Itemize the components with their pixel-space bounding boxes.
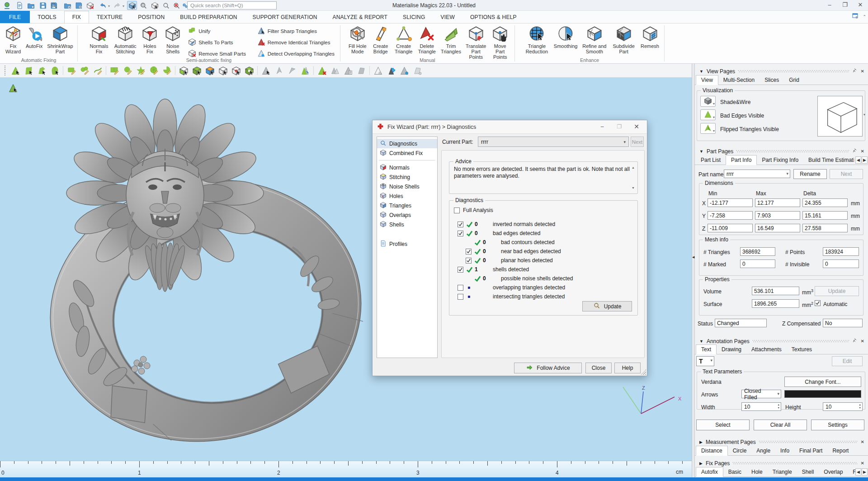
ribbon-shells-to-parts-button[interactable]: Shells To Parts — [188, 38, 246, 47]
diagnostic-row[interactable]: 0near bad edges detected — [466, 247, 633, 256]
automatic-checkbox[interactable] — [815, 300, 821, 306]
tab-part-fixing-info[interactable]: Part Fixing Info — [757, 156, 803, 165]
unmark-surface-icon[interactable] — [287, 66, 297, 75]
volume-field[interactable]: 536.101 — [752, 287, 799, 295]
fix-tabs-scroll-right-icon[interactable]: ▶ — [862, 468, 868, 476]
bad-edges-visible-button[interactable]: ▾ — [700, 109, 716, 120]
mark-freeform-icon[interactable] — [80, 66, 90, 75]
fix-pages-header[interactable]: ▶ Fix Pages ✕ — [695, 459, 868, 467]
ribbon-translate-part-points-button[interactable]: Translate Part Points — [463, 25, 488, 60]
measurement-pages-collapse-icon[interactable]: ▶ — [699, 440, 703, 444]
triangles-field[interactable]: 368692 — [740, 247, 775, 256]
ribbon-shrinkwrap-button[interactable]: ShrinkWrap Part — [45, 25, 75, 55]
x-min-field[interactable]: -12.177 — [708, 198, 753, 207]
ribbon-fill-hole-mode-button[interactable]: Fill Hole Mode — [346, 25, 369, 55]
mark-lasso-icon[interactable] — [123, 66, 132, 75]
diagnostic-row[interactable]: 0possible noise shells detected — [466, 274, 633, 283]
ribbon-filter-sharp-triangles-button[interactable]: Filter Sharp Triangles — [257, 27, 335, 36]
part-pages-pin-icon[interactable] — [852, 148, 858, 155]
z-max-field[interactable]: 16.549 — [755, 224, 800, 232]
dialog-close-button[interactable]: ✕ — [628, 120, 645, 133]
clear-all-button[interactable]: Clear All — [754, 420, 807, 430]
sidebar-item-shells[interactable]: Shells — [377, 220, 437, 229]
measurement-pages-close-icon[interactable]: ✕ — [861, 439, 864, 444]
advice-scroll-up-icon[interactable]: ▲ — [630, 165, 636, 170]
mark-window-icon[interactable] — [109, 66, 119, 75]
arrows-dropdown[interactable]: Closed Filled▾ — [741, 390, 781, 398]
diagnostic-row[interactable]: 1shells detected — [458, 265, 633, 274]
tab-multi-section[interactable]: Multi-Section — [718, 75, 760, 85]
window-minimize-button[interactable]: – — [822, 0, 837, 11]
follow-advice-button[interactable]: Follow Advice — [514, 363, 582, 373]
ribbon-fix-wizard-button[interactable]: Fix Wizard — [3, 25, 24, 55]
diagnostic-row[interactable]: 0inverted normals detected — [458, 220, 633, 229]
mark-fan-icon[interactable] — [162, 66, 172, 75]
sidebar-item-normals[interactable]: Normals — [377, 163, 437, 172]
diagnostic-row[interactable]: 0bad edges detected — [458, 229, 633, 238]
diagnostic-row[interactable]: 0planar holes detected — [466, 256, 633, 265]
tab-distance[interactable]: Distance — [696, 446, 728, 456]
tab-textures[interactable]: Textures — [787, 345, 817, 354]
ribbon-trim-triangles-button[interactable]: Trim Triangles — [439, 25, 463, 55]
window-close-button[interactable]: ✕ — [853, 0, 868, 11]
mark-pie-icon[interactable] — [149, 66, 159, 75]
menu-slicing[interactable]: SLICING — [395, 11, 433, 23]
tab-angle[interactable]: Angle — [751, 446, 775, 455]
diagnostic-row[interactable]: overlapping triangles detected — [458, 283, 633, 292]
part-pages-collapse-icon[interactable]: ▼ — [699, 149, 703, 154]
invisible-field[interactable]: 0 — [823, 259, 859, 268]
sidebar-item-holes[interactable]: Holes — [377, 191, 437, 201]
ribbon-refine-smooth-button[interactable]: Refine and Smooth — [580, 25, 609, 55]
undo-dropdown-icon[interactable]: ▾ — [108, 4, 110, 8]
view-cube-icon[interactable] — [127, 1, 137, 10]
redo-icon[interactable] — [112, 1, 122, 10]
ribbon-remesh-button[interactable]: Remesh — [638, 25, 661, 49]
dialog-maximize-button[interactable]: ❐ — [611, 120, 628, 133]
sidebar-item-combined-fix[interactable]: Combined Fix — [377, 148, 437, 158]
search-input[interactable] — [187, 1, 277, 9]
tab-part-info[interactable]: Part Info — [726, 155, 757, 165]
select-white-cube-icon[interactable] — [218, 66, 228, 75]
z-min-field[interactable]: -11.009 — [708, 224, 753, 232]
arrow-color-swatch[interactable] — [784, 390, 861, 398]
panel-splitter[interactable]: ◀ — [692, 64, 695, 477]
ribbon-create-bridge-button[interactable]: Create Bridge — [369, 25, 392, 55]
ring-model[interactable] — [16, 98, 382, 451]
quad-marked-icon[interactable] — [356, 66, 366, 75]
points-field[interactable]: 183924 — [823, 247, 859, 256]
volume-update-button[interactable]: Update — [815, 286, 859, 296]
copy-marked-icon[interactable] — [343, 66, 353, 75]
annotation-pages-close-icon[interactable]: ✕ — [861, 339, 864, 344]
ribbon-normals-fix-button[interactable]: Normals Fix — [87, 25, 111, 55]
tab-text[interactable]: Text — [696, 344, 717, 354]
tab-grid[interactable]: Grid — [784, 75, 804, 85]
tab-truncated[interactable]: F — [848, 467, 856, 476]
tab-report[interactable]: Report — [827, 446, 854, 455]
ribbon-move-part-points-button[interactable]: Move Part Points — [488, 25, 512, 60]
measurement-pages-header[interactable]: ▶ Measurement Pages ✕ — [695, 438, 868, 446]
undo-icon[interactable] — [98, 1, 108, 10]
change-font-button[interactable]: Change Font... — [784, 377, 861, 387]
annotation-pages-header[interactable]: ▼ Annotation Pages ✕ — [695, 337, 868, 345]
y-min-field[interactable]: -7.258 — [708, 211, 753, 220]
sidebar-item-profiles[interactable]: Profiles — [377, 239, 437, 249]
y-delta-field[interactable]: 15.161 — [802, 211, 848, 220]
select-part-icon[interactable] — [179, 66, 189, 75]
tri-cloud-icon[interactable] — [386, 66, 396, 75]
ribbon-subdivide-part-button[interactable]: Subdivide Part — [609, 25, 638, 55]
sidebar-item-diagnostics[interactable]: Diagnostics — [377, 139, 437, 148]
ribbon-smoothing-button[interactable]: Smoothing — [552, 25, 580, 49]
view-part-icon[interactable] — [150, 1, 160, 10]
advice-scroll-down-icon[interactable]: ▼ — [630, 185, 636, 191]
save-as-icon[interactable] — [49, 1, 59, 10]
collapse-ribbon-icon[interactable]: ⌃ — [863, 14, 866, 19]
surface-field[interactable]: 1896.265 — [752, 299, 799, 308]
menu-file[interactable]: FILE — [0, 11, 30, 23]
sidebar-item-stitching[interactable]: Stitching — [377, 172, 437, 182]
menu-view[interactable]: VIEW — [433, 11, 462, 23]
tab-attachments[interactable]: Attachments — [746, 345, 787, 354]
mark-curve-icon[interactable] — [93, 66, 103, 75]
mark-surface-icon[interactable] — [37, 66, 47, 75]
delete-marked-icon[interactable] — [317, 66, 327, 75]
part-pages-header[interactable]: ▼ Part Pages ✕ — [695, 147, 868, 156]
